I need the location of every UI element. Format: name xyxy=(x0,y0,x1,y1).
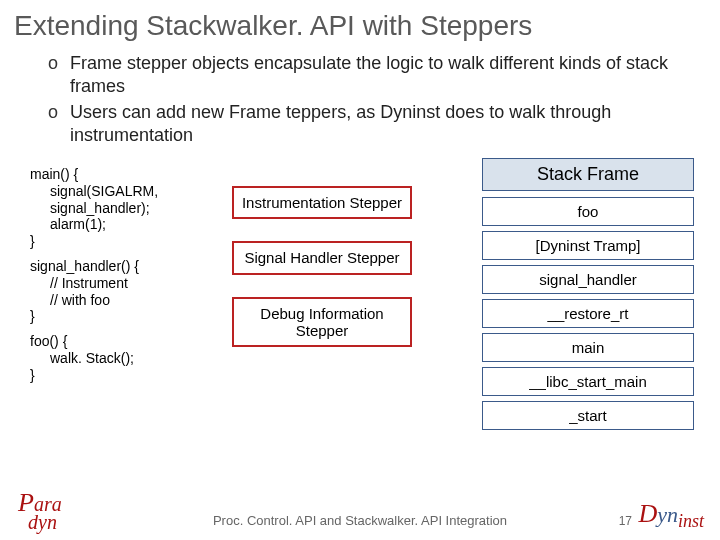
stepper-instrumentation: Instrumentation Stepper xyxy=(232,186,412,219)
code-line: main() { xyxy=(30,166,210,183)
code-signal-handler: signal_handler() { // Instrument // with… xyxy=(30,258,210,325)
stack-cell: foo xyxy=(482,197,694,226)
dyninst-logo: Dyninst xyxy=(638,499,704,532)
code-line: } xyxy=(30,367,210,384)
bullet-text: Frame stepper objects encapsulate the lo… xyxy=(70,52,690,97)
stack-cell: main xyxy=(482,333,694,362)
bullet-marker: o xyxy=(48,101,70,146)
bullet-text: Users can add new Frame teppers, as Dyni… xyxy=(70,101,690,146)
stepper-column: Instrumentation Stepper Signal Handler S… xyxy=(232,186,412,369)
bullet-list: o Frame stepper objects encapsulate the … xyxy=(0,48,720,158)
code-line: signal_handler); xyxy=(30,200,210,217)
content-area: main() { signal(SIGALRM, signal_handler)… xyxy=(0,158,720,468)
code-line: signal(SIGALRM, xyxy=(30,183,210,200)
code-line: foo() { xyxy=(30,333,210,350)
code-line: walk. Stack(); xyxy=(30,350,210,367)
stack-cell: __restore_rt xyxy=(482,299,694,328)
bullet-item: o Users can add new Frame teppers, as Dy… xyxy=(48,101,690,146)
code-line: } xyxy=(30,308,210,325)
code-line: // with foo xyxy=(30,292,210,309)
stepper-signal-handler: Signal Handler Stepper xyxy=(232,241,412,274)
stack-frame-column: Stack Frame foo [Dyninst Tramp] signal_h… xyxy=(482,158,694,435)
code-column: main() { signal(SIGALRM, signal_handler)… xyxy=(30,158,210,384)
code-line: // Instrument xyxy=(30,275,210,292)
stack-cell: _start xyxy=(482,401,694,430)
page-number: 17 xyxy=(619,514,632,528)
stepper-debug-info: Debug Information Stepper xyxy=(232,297,412,348)
bullet-marker: o xyxy=(48,52,70,97)
stack-cell: signal_handler xyxy=(482,265,694,294)
code-foo: foo() { walk. Stack(); } xyxy=(30,333,210,383)
stack-cell: __libc_start_main xyxy=(482,367,694,396)
code-main: main() { signal(SIGALRM, signal_handler)… xyxy=(30,166,210,250)
slide-title: Extending Stackwalker. API with Steppers xyxy=(0,0,720,48)
code-line: } xyxy=(30,233,210,250)
code-line: signal_handler() { xyxy=(30,258,210,275)
bullet-item: o Frame stepper objects encapsulate the … xyxy=(48,52,690,97)
code-line: alarm(1); xyxy=(30,216,210,233)
stack-cell: [Dyninst Tramp] xyxy=(482,231,694,260)
footer-caption: Proc. Control. API and Stackwalker. API … xyxy=(0,513,720,528)
footer: Para dyn Proc. Control. API and Stackwal… xyxy=(0,492,720,532)
stack-header: Stack Frame xyxy=(482,158,694,191)
